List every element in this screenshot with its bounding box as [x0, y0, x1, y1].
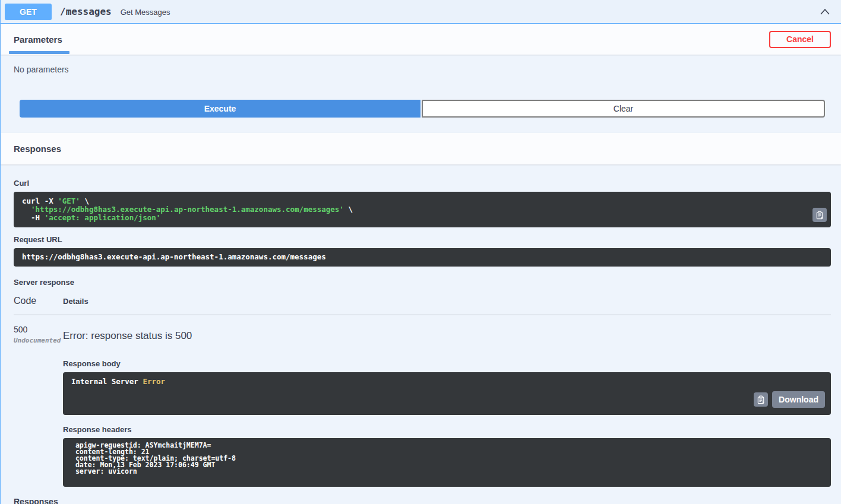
operation-block: GET /messages Get Messages Parameters Ca… — [0, 0, 841, 504]
curl-header-string: 'accept: application/json' — [45, 213, 161, 222]
cancel-button[interactable]: Cancel — [769, 31, 831, 48]
status-code-cell: 500 Undocumented — [14, 325, 63, 487]
details-cell: Error: response status is 500 Response b… — [63, 325, 831, 487]
documented-responses-title: Responses — [14, 497, 831, 504]
copy-curl-button[interactable] — [812, 208, 827, 222]
response-body-actions: Download — [754, 391, 825, 408]
curl-block-wrapper: curl -X 'GET' \ 'https://odbhg8has3.exec… — [14, 192, 831, 227]
active-tab-underline — [9, 51, 69, 54]
responses-header: Responses — [1, 133, 841, 164]
details-column-header: Details — [63, 297, 88, 306]
curl-url-string: 'https://odbhg8has3.execute-api.ap-north… — [31, 205, 344, 214]
responses-body: Curl curl -X 'GET' \ 'https://odbhg8has3… — [1, 164, 841, 504]
table-divider — [14, 315, 831, 315]
parameters-header: Parameters Cancel — [1, 24, 841, 55]
http-method-badge: GET — [5, 4, 52, 20]
server-response-table-header: Code Details — [14, 296, 831, 306]
response-headers-content: apigw-requestid: ASYmchaitjMEM7A= conten… — [63, 438, 831, 487]
undocumented-badge: Undocumented — [14, 337, 63, 344]
execute-button-group: Execute Clear — [20, 100, 825, 118]
request-url-label: Request URL — [14, 235, 831, 244]
curl-method-string: 'GET' — [58, 196, 80, 205]
response-body-wrapper: Internal Server Error Download — [63, 372, 831, 415]
copy-response-button[interactable] — [754, 392, 768, 407]
server-response-label: Server response — [14, 278, 831, 287]
request-url-value: https://odbhg8has3.execute-api.ap-northe… — [14, 248, 831, 267]
chevron-up-icon — [820, 8, 830, 16]
operation-summary: Get Messages — [121, 7, 170, 17]
clear-button[interactable]: Clear — [422, 100, 825, 118]
copy-icon — [757, 395, 766, 404]
curl-label: Curl — [14, 179, 831, 188]
status-code: 500 — [14, 325, 63, 334]
parameters-title: Parameters — [14, 34, 62, 45]
server-response-row: 500 Undocumented Error: response status … — [14, 325, 831, 487]
operation-path: /messages — [60, 6, 112, 17]
curl-command: curl -X 'GET' \ 'https://odbhg8has3.exec… — [14, 192, 831, 227]
responses-title: Responses — [9, 144, 61, 154]
collapse-button[interactable] — [817, 5, 833, 18]
curl-text: curl -X — [22, 196, 58, 205]
download-button[interactable]: Download — [772, 391, 825, 408]
response-headers-label: Response headers — [63, 425, 831, 434]
response-body-content: Internal Server Error — [63, 372, 831, 415]
no-parameters-message: No parameters — [14, 65, 825, 74]
error-token: Error — [143, 377, 165, 386]
response-error-text: Error: response status is 500 — [63, 330, 831, 342]
operation-summary-bar[interactable]: GET /messages Get Messages — [1, 0, 841, 24]
response-body-label: Response body — [63, 359, 831, 368]
copy-icon — [815, 211, 824, 220]
code-column-header: Code — [14, 296, 63, 306]
execute-button[interactable]: Execute — [20, 100, 420, 118]
parameters-body: No parameters Execute Clear — [1, 55, 841, 133]
tab-parameters[interactable]: Parameters — [9, 24, 67, 55]
